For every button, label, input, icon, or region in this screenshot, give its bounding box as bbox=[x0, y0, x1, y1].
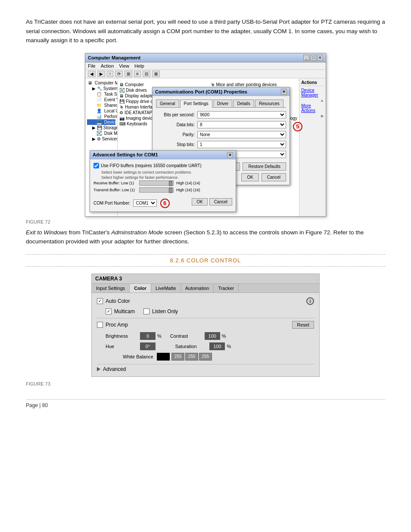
adv-cancel-button[interactable]: Cancel bbox=[209, 198, 232, 205]
hue-value: 0° bbox=[140, 342, 156, 350]
minimize-button[interactable]: _ bbox=[303, 55, 309, 61]
from-tricaster-text: from TriCaster's bbox=[69, 229, 112, 236]
action-device-manager[interactable]: Device Manager bbox=[301, 88, 324, 97]
com-port-select[interactable]: COM1 bbox=[133, 199, 157, 207]
tab-details[interactable]: Details bbox=[233, 100, 254, 107]
wb-val-b: 255 bbox=[199, 353, 212, 361]
cancel-button[interactable]: Cancel bbox=[262, 173, 286, 181]
databits-label: Data bits: bbox=[156, 122, 195, 127]
tree-item-shared-folders[interactable]: 📁 Shared Folders bbox=[87, 103, 115, 108]
toolbar-refresh[interactable]: ⟳ bbox=[115, 71, 123, 77]
fifo-checkbox[interactable] bbox=[93, 163, 99, 168]
annotation-6: 6 bbox=[160, 199, 170, 208]
ok-button[interactable]: OK bbox=[241, 173, 258, 181]
reset-button[interactable]: Reset bbox=[292, 321, 314, 329]
parity-label: Parity: bbox=[156, 132, 195, 137]
receive-buffer-row: Receive Buffer: Low (1) High (14) (14) bbox=[93, 180, 232, 186]
cm-window-buttons[interactable]: _ □ ✕ bbox=[303, 55, 323, 61]
menu-file[interactable]: File bbox=[88, 63, 96, 68]
bps-select[interactable]: 9600 bbox=[197, 111, 286, 118]
tree-item-task-scheduler[interactable]: 📋 Task Scheduler bbox=[87, 91, 115, 97]
multicam-label: Multicam bbox=[114, 308, 135, 314]
restore-defaults-button[interactable]: Restore Defaults bbox=[243, 162, 286, 171]
toolbar-icon1[interactable]: ⊞ bbox=[125, 71, 132, 77]
auto-color-label: Auto Color bbox=[106, 298, 130, 304]
tab-input-settings[interactable]: Input Settings bbox=[92, 284, 130, 292]
cm-menubar: File Action View Help bbox=[85, 62, 326, 70]
tree-item-event-viewer[interactable]: 📄 Event Viewer bbox=[87, 97, 115, 103]
toolbar-icon3[interactable]: ⊟ bbox=[143, 71, 150, 77]
tab-livematte[interactable]: LiveMatte bbox=[151, 284, 181, 292]
toolbar-back[interactable]: ◀ bbox=[88, 71, 96, 77]
bps-row: Bits per second: 9600 bbox=[156, 111, 286, 118]
parity-row: Parity: None bbox=[156, 131, 286, 138]
tab-automation[interactable]: Automation bbox=[181, 284, 214, 292]
parity-select[interactable]: None bbox=[197, 131, 286, 138]
close-button[interactable]: ✕ bbox=[317, 55, 323, 61]
auto-color-checkbox[interactable]: ✓ bbox=[97, 298, 103, 304]
toolbar-icon4[interactable]: ⊠ bbox=[152, 71, 160, 77]
advanced-settings-dialog: Advanced Settings for COM1 ✕ Use FIFO bu… bbox=[90, 150, 236, 212]
tree-item-system-tools[interactable]: ▶🔧 System Tools bbox=[87, 86, 115, 91]
menu-help[interactable]: Help bbox=[134, 63, 144, 68]
tab-general[interactable]: General bbox=[156, 100, 179, 107]
dialog-close-btn[interactable]: ✕ bbox=[281, 89, 287, 95]
proc-amp-checkbox[interactable] bbox=[97, 322, 103, 328]
cm-actions: Actions Device Manager ▲ More Actions ▶ bbox=[299, 78, 326, 216]
adv-note-2: Select higher settings for faster perfor… bbox=[101, 175, 232, 180]
hue-unit bbox=[157, 344, 166, 349]
body-text-2: Exit to Windows from TriCaster's Adminst… bbox=[26, 228, 385, 246]
wb-val-g: 255 bbox=[185, 353, 198, 361]
fifo-checkbox-row: Use FIFO buffers (requires 16550 compati… bbox=[93, 163, 232, 168]
multicam-checkbox[interactable]: ✓ bbox=[106, 308, 112, 314]
databits-select[interactable]: 8 bbox=[197, 121, 286, 128]
toolbar-up[interactable]: ↑ bbox=[107, 71, 113, 77]
adv-ok-cancel: OK Cancel bbox=[192, 198, 232, 205]
transmit-buffer-row: Transmit Buffer: Low (1) High (16) (16) bbox=[93, 187, 232, 193]
color-control-panel: CAMERA 3 Input Settings Color LiveMatte … bbox=[91, 274, 320, 377]
tree-item-device-manager[interactable]: 💻 Device Manager bbox=[87, 119, 115, 125]
tree-item-root[interactable]: 🖥 Computer Management (Local bbox=[87, 80, 115, 86]
contrast-value: 100 bbox=[205, 332, 220, 340]
admin-mode-italic: Adminstration Mode bbox=[111, 229, 163, 236]
transmit-buffer-slider[interactable] bbox=[139, 187, 174, 193]
databits-row: Data bits: 8 bbox=[156, 121, 286, 128]
section-heading: 8.2.6 COLOR CONTROL bbox=[26, 254, 385, 267]
multicam-row: ✓ Multicam Listen Only bbox=[97, 308, 314, 314]
tab-tracker[interactable]: Tracker bbox=[214, 284, 239, 292]
listen-only-label: Listen Only bbox=[152, 308, 178, 314]
toolbar-icon2[interactable]: ≡ bbox=[134, 71, 141, 77]
receive-buffer-slider[interactable] bbox=[139, 180, 174, 186]
menu-action[interactable]: Action bbox=[101, 63, 114, 68]
tree-item-local-users[interactable]: 👤 Local Users and Groups bbox=[87, 108, 115, 114]
tree-item-storage[interactable]: ▶💾 Storage bbox=[87, 125, 115, 131]
toolbar-forward[interactable]: ▶ bbox=[97, 71, 105, 77]
stopbits-select[interactable]: 1 bbox=[197, 141, 286, 148]
tree-item-disk-management[interactable]: 💽 Disk Management bbox=[87, 131, 115, 136]
tab-driver[interactable]: Driver bbox=[213, 100, 233, 107]
restore-button[interactable]: □ bbox=[310, 55, 316, 61]
figure-72-label: FIGURE 72 bbox=[26, 219, 385, 224]
stopbits-label: Stop bits: bbox=[156, 142, 195, 147]
tab-resources[interactable]: Resources bbox=[255, 100, 283, 107]
listen-only-checkbox[interactable] bbox=[143, 308, 149, 314]
action-more-actions[interactable]: More Actions bbox=[301, 103, 324, 113]
tab-port-settings[interactable]: Port Settings bbox=[180, 100, 212, 108]
adv-close-btn[interactable]: ✕ bbox=[227, 152, 233, 158]
tree-item-performance[interactable]: 📊 Performance bbox=[87, 114, 115, 119]
exit-to-windows-text: Exit to Windows bbox=[26, 229, 67, 236]
contrast-label: Contrast bbox=[170, 333, 205, 339]
info-button[interactable]: i bbox=[306, 297, 314, 305]
brightness-label: Brightness bbox=[106, 333, 140, 339]
saturation-unit: % bbox=[227, 344, 231, 349]
cc-panel-title: CAMERA 3 bbox=[92, 274, 319, 284]
cm-title: Computer Management bbox=[88, 55, 140, 60]
tree-item-services[interactable]: ▶⚙ Services and Applications bbox=[87, 136, 115, 142]
cm-titlebar: Computer Management _ □ ✕ bbox=[85, 53, 326, 62]
annotation-5: 5 bbox=[291, 122, 302, 131]
menu-view[interactable]: View bbox=[119, 63, 129, 68]
adv-ok-button[interactable]: OK bbox=[192, 198, 207, 205]
bps-label: Bits per second: bbox=[156, 112, 195, 117]
tab-color[interactable]: Color bbox=[130, 284, 151, 292]
dialog-title-text: Communications Port (COM1) Properties bbox=[155, 89, 247, 94]
